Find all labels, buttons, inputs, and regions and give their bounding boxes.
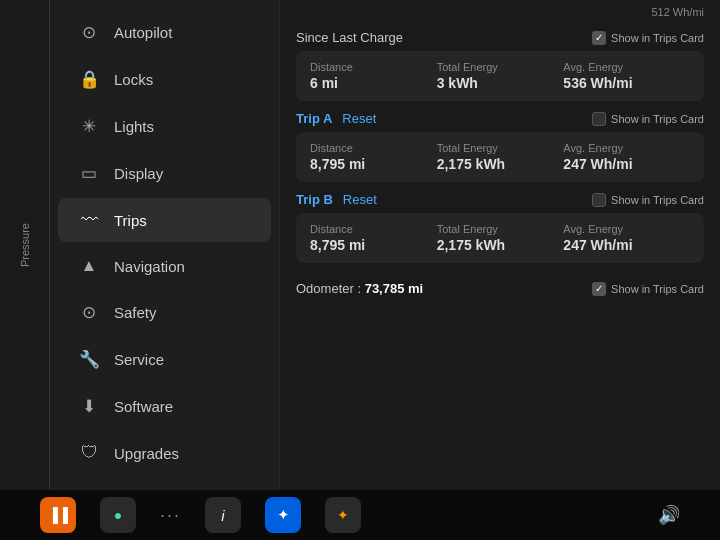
trip-b-avg-cell: Avg. Energy 247 Wh/mi (563, 223, 690, 253)
trip-b-energy-cell: Total Energy 2,175 kWh (437, 223, 564, 253)
info-icon: i (221, 507, 224, 524)
odometer-row: Odometer : 73,785 mi ✓ Show in Trips Car… (296, 271, 704, 306)
trip-b-avg-value: 247 Wh/mi (563, 237, 690, 253)
sidebar-item-label: Display (114, 165, 163, 182)
trip-a-show-trips[interactable]: Show in Trips Card (592, 112, 704, 126)
trip-a-distance-cell: Distance 8,795 mi (310, 142, 437, 172)
sidebar-item-navigation[interactable]: ▲ Navigation (58, 244, 271, 288)
since-energy-label: Total Energy (437, 61, 564, 73)
trip-a-data-row: Distance 8,795 mi Total Energy 2,175 kWh… (310, 142, 690, 172)
sparkle-icon: ✦ (337, 507, 349, 523)
navigation-icon: ▲ (78, 256, 100, 276)
since-energy-value: 3 kWh (437, 75, 564, 91)
trip-a-avg-label: Avg. Energy (563, 142, 690, 154)
trips-icon: 〰 (78, 210, 100, 230)
trip-b-avg-label: Avg. Energy (563, 223, 690, 235)
trip-a-avg-value: 247 Wh/mi (563, 156, 690, 172)
odometer-checkbox[interactable]: ✓ (592, 282, 606, 296)
trip-b-energy-label: Total Energy (437, 223, 564, 235)
trip-a-distance-value: 8,795 mi (310, 156, 437, 172)
pressure-strip: Pressure (0, 0, 50, 490)
trip-a-card: Distance 8,795 mi Total Energy 2,175 kWh… (296, 132, 704, 182)
sidebar-item-lights[interactable]: ✳ Lights (58, 104, 271, 149)
sidebar-item-label: Software (114, 398, 173, 415)
sidebar-item-service[interactable]: 🔧 Service (58, 337, 271, 382)
software-icon: ⬇ (78, 396, 100, 417)
taskbar-bluetooth-app[interactable]: ✦ (265, 497, 301, 533)
lights-icon: ✳ (78, 116, 100, 137)
sidebar-item-safety[interactable]: ⊙ Safety (58, 290, 271, 335)
safety-icon: ⊙ (78, 302, 100, 323)
trip-a-reset-button[interactable]: Reset (342, 111, 376, 126)
odometer-label: Odometer : 73,785 mi (296, 281, 423, 296)
since-distance-label: Distance (310, 61, 437, 73)
trip-b-checkbox[interactable] (592, 193, 606, 207)
sidebar-item-locks[interactable]: 🔒 Locks (58, 57, 271, 102)
trip-b-distance-cell: Distance 8,795 mi (310, 223, 437, 253)
trip-a-checkbox[interactable] (592, 112, 606, 126)
since-energy-cell: Total Energy 3 kWh (437, 61, 564, 91)
trip-b-card: Distance 8,795 mi Total Energy 2,175 kWh… (296, 213, 704, 263)
taskbar-camera-app[interactable]: ● (100, 497, 136, 533)
sidebar-item-label: Locks (114, 71, 153, 88)
sidebar-item-trips[interactable]: 〰 Trips (58, 198, 271, 242)
trip-a-header: Trip A Reset Show in Trips Card (296, 111, 704, 126)
sidebar-item-label: Autopilot (114, 24, 172, 41)
since-last-charge-show-label: Show in Trips Card (611, 32, 704, 44)
service-icon: 🔧 (78, 349, 100, 370)
top-stat: 512 Wh/mi (296, 0, 704, 20)
since-avg-label: Avg. Energy (563, 61, 690, 73)
odometer-show-trips[interactable]: ✓ Show in Trips Card (592, 282, 704, 296)
since-last-charge-data-row: Distance 6 mi Total Energy 3 kWh Avg. En… (310, 61, 690, 91)
taskbar-info-app[interactable]: i (205, 497, 241, 533)
trip-a-energy-cell: Total Energy 2,175 kWh (437, 142, 564, 172)
trip-a-energy-label: Total Energy (437, 142, 564, 154)
trip-b-data-row: Distance 8,795 mi Total Energy 2,175 kWh… (310, 223, 690, 253)
sidebar-item-label: Navigation (114, 258, 185, 275)
trip-b-label: Trip B (296, 192, 333, 207)
since-distance-cell: Distance 6 mi (310, 61, 437, 91)
since-distance-value: 6 mi (310, 75, 437, 91)
trip-b-reset-button[interactable]: Reset (343, 192, 377, 207)
sidebar-item-autopilot[interactable]: ⊙ Autopilot (58, 10, 271, 55)
sidebar-item-software[interactable]: ⬇ Software (58, 384, 271, 429)
trip-b-header: Trip B Reset Show in Trips Card (296, 192, 704, 207)
bluetooth-icon: ✦ (277, 506, 290, 524)
trip-a-avg-cell: Avg. Energy 247 Wh/mi (563, 142, 690, 172)
sidebar-item-label: Upgrades (114, 445, 179, 462)
display-icon: ▭ (78, 163, 100, 184)
trip-a-title-group: Trip A Reset (296, 111, 376, 126)
sidebar: ⊙ Autopilot 🔒 Locks ✳ Lights ▭ Display 〰… (50, 0, 280, 490)
taskbar-sparkle-app[interactable]: ✦ (325, 497, 361, 533)
autopilot-icon: ⊙ (78, 22, 100, 43)
since-last-charge-checkbox[interactable]: ✓ (592, 31, 606, 45)
trip-a-distance-label: Distance (310, 142, 437, 154)
sidebar-item-upgrades[interactable]: 🛡 Upgrades (58, 431, 271, 475)
since-last-charge-show-trips[interactable]: ✓ Show in Trips Card (592, 31, 704, 45)
audio-icon: ▐▐ (48, 507, 68, 523)
upgrades-icon: 🛡 (78, 443, 100, 463)
since-avg-value: 536 Wh/mi (563, 75, 690, 91)
sidebar-item-label: Service (114, 351, 164, 368)
since-last-charge-header: Since Last Charge ✓ Show in Trips Card (296, 30, 704, 45)
taskbar: ▐▐ ● ··· i ✦ ✦ 🔊 (0, 490, 720, 540)
odometer-value: 73,785 mi (365, 281, 424, 296)
trip-b-distance-label: Distance (310, 223, 437, 235)
odometer-show-label: Show in Trips Card (611, 283, 704, 295)
since-avg-cell: Avg. Energy 536 Wh/mi (563, 61, 690, 91)
since-last-charge-title: Since Last Charge (296, 30, 403, 45)
since-last-charge-card: Distance 6 mi Total Energy 3 kWh Avg. En… (296, 51, 704, 101)
trip-a-label: Trip A (296, 111, 332, 126)
sidebar-item-display[interactable]: ▭ Display (58, 151, 271, 196)
trip-b-energy-value: 2,175 kWh (437, 237, 564, 253)
taskbar-dots[interactable]: ··· (160, 505, 181, 526)
trip-b-show-trips[interactable]: Show in Trips Card (592, 193, 704, 207)
main-content: 512 Wh/mi Since Last Charge ✓ Show in Tr… (280, 0, 720, 490)
trip-a-energy-value: 2,175 kWh (437, 156, 564, 172)
sidebar-item-label: Lights (114, 118, 154, 135)
trip-a-show-label: Show in Trips Card (611, 113, 704, 125)
volume-icon[interactable]: 🔊 (658, 504, 680, 526)
sidebar-item-label: Safety (114, 304, 157, 321)
taskbar-audio-app[interactable]: ▐▐ (40, 497, 76, 533)
since-last-charge-title-group: Since Last Charge (296, 30, 403, 45)
